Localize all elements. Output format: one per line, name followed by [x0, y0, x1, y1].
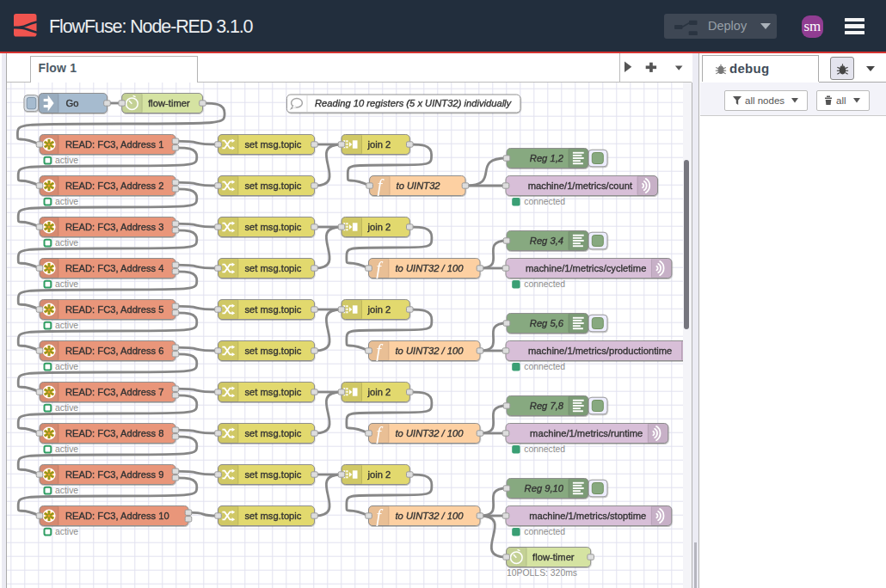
svg-text:READ: FC3, Address 3: READ: FC3, Address 3 — [65, 222, 163, 232]
svg-text:join 2: join 2 — [367, 469, 391, 480]
svg-text:active: active — [55, 444, 78, 454]
svg-text:flow-timer: flow-timer — [532, 552, 575, 562]
svg-text:set msg.topic: set msg.topic — [245, 387, 302, 397]
svg-text:Reg 5,6: Reg 5,6 — [530, 318, 564, 328]
svg-text:active: active — [55, 321, 78, 330]
svg-text:active: active — [55, 486, 78, 495]
svg-text:set msg.topic: set msg.topic — [245, 428, 302, 438]
svg-text:to UINT32 / 100: to UINT32 / 100 — [396, 511, 465, 521]
svg-text:connected: connected — [524, 444, 565, 454]
svg-text:active: active — [55, 156, 78, 165]
svg-text:READ: FC3, Address 2: READ: FC3, Address 2 — [65, 181, 163, 191]
svg-text:set msg.topic: set msg.topic — [245, 346, 302, 356]
svg-text:connected: connected — [524, 362, 565, 371]
svg-text:Reading 10 registers (5 x UINT: Reading 10 registers (5 x UINT32) indivi… — [315, 98, 513, 108]
svg-text:READ: FC3, Address 6: READ: FC3, Address 6 — [65, 346, 163, 356]
svg-text:active: active — [55, 362, 78, 371]
svg-text:connected: connected — [524, 279, 565, 289]
svg-text:READ: FC3, Address 4: READ: FC3, Address 4 — [65, 263, 163, 273]
svg-text:to UINT32 / 100: to UINT32 / 100 — [396, 428, 465, 438]
svg-text:to UINT32: to UINT32 — [397, 181, 441, 191]
svg-text:set msg.topic: set msg.topic — [245, 181, 302, 191]
svg-text:Reg 3,4: Reg 3,4 — [530, 236, 563, 246]
svg-text:READ: FC3, Address 10: READ: FC3, Address 10 — [65, 511, 169, 521]
svg-text:connected: connected — [524, 197, 565, 206]
svg-text:Reg 1,2: Reg 1,2 — [530, 153, 564, 163]
svg-text:set msg.topic: set msg.topic — [245, 469, 302, 480]
svg-text:active: active — [55, 279, 78, 289]
svg-text:connected: connected — [524, 527, 565, 536]
svg-text:Reg 9,10: Reg 9,10 — [525, 483, 564, 493]
svg-text:to UINT32 / 100: to UINT32 / 100 — [396, 346, 465, 356]
svg-text:READ: FC3, Address 9: READ: FC3, Address 9 — [65, 469, 163, 480]
svg-text:set msg.topic: set msg.topic — [245, 511, 302, 521]
svg-text:set msg.topic: set msg.topic — [245, 139, 302, 150]
svg-text:machine/1/metrics/productionti: machine/1/metrics/productiontime — [528, 346, 672, 356]
svg-text:active: active — [55, 238, 78, 248]
svg-text:join 2: join 2 — [367, 222, 391, 232]
svg-text:READ: FC3, Address 8: READ: FC3, Address 8 — [65, 428, 163, 438]
svg-text:READ: FC3, Address 1: READ: FC3, Address 1 — [65, 139, 163, 150]
svg-text:Reg 7,8: Reg 7,8 — [530, 401, 564, 411]
svg-text:READ: FC3, Address 5: READ: FC3, Address 5 — [65, 304, 163, 315]
svg-text:join 2: join 2 — [367, 387, 391, 397]
svg-text:READ: FC3, Address 7: READ: FC3, Address 7 — [65, 387, 163, 397]
svg-text:active: active — [55, 197, 78, 206]
svg-text:join 2: join 2 — [367, 304, 391, 315]
svg-text:set msg.topic: set msg.topic — [245, 263, 302, 273]
svg-text:machine/1/metrics/stoptime: machine/1/metrics/stoptime — [529, 511, 646, 521]
svg-text:machine/1/metrics/count: machine/1/metrics/count — [528, 181, 633, 191]
svg-text:flow-timer: flow-timer — [148, 98, 190, 108]
svg-text:set msg.topic: set msg.topic — [245, 304, 302, 315]
svg-text:machine/1/metrics/runtime: machine/1/metrics/runtime — [530, 428, 643, 438]
svg-text:to UINT32 / 100: to UINT32 / 100 — [396, 263, 465, 273]
svg-text:join 2: join 2 — [367, 139, 391, 150]
svg-text:active: active — [55, 403, 78, 413]
svg-text:Go: Go — [66, 98, 79, 108]
svg-text:machine/1/metrics/cycletime: machine/1/metrics/cycletime — [526, 263, 647, 273]
svg-text:10POLLS: 320ms: 10POLLS: 320ms — [507, 568, 577, 578]
svg-text:set msg.topic: set msg.topic — [245, 222, 302, 232]
svg-text:active: active — [55, 527, 78, 536]
